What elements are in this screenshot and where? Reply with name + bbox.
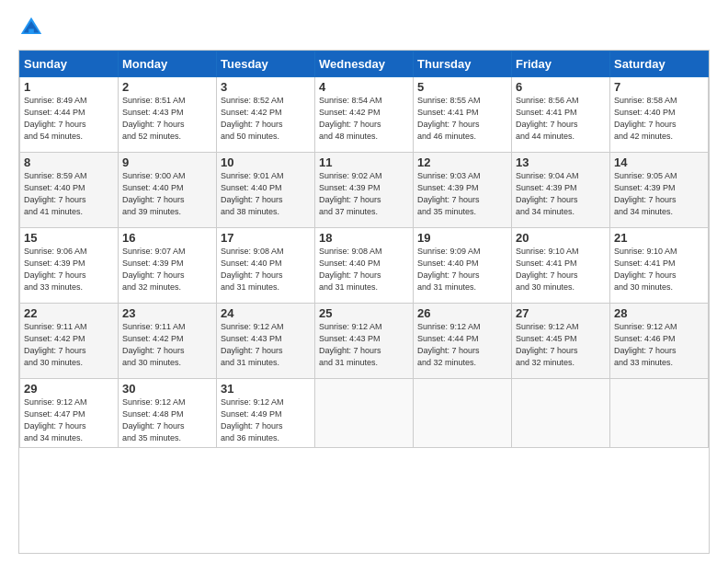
day-number: 6 [516, 80, 606, 94]
day-cell: 11 Sunrise: 9:02 AM Sunset: 4:39 PM Dayl… [315, 153, 414, 228]
day-cell: 8 Sunrise: 8:59 AM Sunset: 4:40 PM Dayli… [20, 153, 119, 228]
sunrise-label: Sunrise: 9:08 AM [319, 247, 382, 256]
day-number: 2 [122, 80, 212, 94]
day-cell: 18 Sunrise: 9:08 AM Sunset: 4:40 PM Dayl… [315, 228, 414, 304]
day-info: Sunrise: 9:05 AM Sunset: 4:39 PM Dayligh… [614, 170, 704, 218]
day-cell: 16 Sunrise: 9:07 AM Sunset: 4:39 PM Dayl… [119, 228, 217, 304]
day-number: 14 [614, 155, 704, 169]
sunset-label: Sunset: 4:43 PM [122, 108, 184, 117]
day-cell: 3 Sunrise: 8:52 AM Sunset: 4:42 PM Dayli… [217, 77, 315, 153]
day-number: 15 [24, 231, 114, 245]
day-info: Sunrise: 9:06 AM Sunset: 4:39 PM Dayligh… [24, 246, 114, 293]
daylight-minutes: and 31 minutes. [221, 358, 279, 367]
daylight-label: Daylight: 7 hours [516, 195, 578, 204]
daylight-label: Daylight: 7 hours [319, 270, 381, 280]
daylight-label: Daylight: 7 hours [614, 346, 677, 355]
sunrise-label: Sunrise: 9:00 AM [122, 171, 186, 180]
day-info: Sunrise: 9:12 AM Sunset: 4:44 PM Dayligh… [417, 321, 507, 369]
day-number: 20 [516, 231, 606, 245]
daylight-minutes: and 30 minutes. [24, 358, 83, 367]
header-cell-wednesday: Wednesday [315, 52, 414, 77]
day-info: Sunrise: 9:07 AM Sunset: 4:39 PM Dayligh… [122, 246, 212, 293]
header-cell-monday: Monday [119, 52, 217, 77]
daylight-label: Daylight: 7 hours [24, 421, 86, 431]
calendar: SundayMondayTuesdayWednesdayThursdayFrid… [18, 50, 710, 554]
sunrise-label: Sunrise: 9:12 AM [319, 322, 382, 331]
daylight-minutes: and 35 minutes. [417, 207, 476, 216]
day-cell: 4 Sunrise: 8:54 AM Sunset: 4:42 PM Dayli… [315, 77, 414, 153]
sunset-label: Sunset: 4:43 PM [319, 334, 381, 343]
day-number: 31 [221, 382, 311, 396]
day-cell [315, 379, 414, 448]
day-info: Sunrise: 9:12 AM Sunset: 4:45 PM Dayligh… [516, 321, 606, 369]
day-cell: 12 Sunrise: 9:03 AM Sunset: 4:39 PM Dayl… [414, 153, 512, 228]
daylight-label: Daylight: 7 hours [122, 346, 185, 355]
daylight-label: Daylight: 7 hours [417, 120, 480, 129]
sunset-label: Sunset: 4:42 PM [122, 334, 184, 343]
day-info: Sunrise: 8:49 AM Sunset: 4:44 PM Dayligh… [24, 95, 114, 143]
daylight-minutes: and 31 minutes. [221, 282, 279, 292]
sunrise-label: Sunrise: 9:04 AM [516, 171, 579, 180]
daylight-label: Daylight: 7 hours [221, 195, 283, 204]
day-cell: 14 Sunrise: 9:05 AM Sunset: 4:39 PM Dayl… [610, 153, 709, 228]
sunrise-label: Sunrise: 9:12 AM [24, 397, 87, 407]
day-cell: 10 Sunrise: 9:01 AM Sunset: 4:40 PM Dayl… [217, 153, 315, 228]
daylight-label: Daylight: 7 hours [221, 346, 283, 355]
sunrise-label: Sunrise: 9:01 AM [221, 171, 284, 180]
day-cell: 21 Sunrise: 9:10 AM Sunset: 4:41 PM Dayl… [610, 228, 709, 304]
day-number: 7 [614, 80, 704, 94]
daylight-minutes: and 50 minutes. [221, 132, 279, 141]
sunrise-label: Sunrise: 9:12 AM [516, 322, 579, 331]
daylight-label: Daylight: 7 hours [319, 120, 381, 129]
daylight-minutes: and 48 minutes. [319, 132, 378, 141]
day-info: Sunrise: 9:11 AM Sunset: 4:42 PM Dayligh… [122, 321, 212, 369]
day-cell: 13 Sunrise: 9:04 AM Sunset: 4:39 PM Dayl… [512, 153, 610, 228]
daylight-label: Daylight: 7 hours [122, 195, 185, 204]
day-number: 11 [319, 155, 409, 169]
daylight-label: Daylight: 7 hours [614, 270, 677, 280]
sunset-label: Sunset: 4:47 PM [24, 409, 85, 419]
sunrise-label: Sunrise: 9:08 AM [221, 247, 284, 256]
day-info: Sunrise: 9:12 AM Sunset: 4:43 PM Dayligh… [221, 321, 311, 369]
daylight-label: Daylight: 7 hours [417, 346, 480, 355]
sunrise-label: Sunrise: 8:58 AM [614, 96, 677, 105]
sunset-label: Sunset: 4:39 PM [24, 259, 85, 268]
day-info: Sunrise: 9:03 AM Sunset: 4:39 PM Dayligh… [417, 170, 507, 218]
day-info: Sunrise: 9:11 AM Sunset: 4:42 PM Dayligh… [24, 321, 114, 369]
daylight-minutes: and 42 minutes. [614, 132, 673, 141]
day-number: 25 [319, 306, 409, 320]
sunrise-label: Sunrise: 9:07 AM [122, 247, 186, 256]
day-info: Sunrise: 9:08 AM Sunset: 4:40 PM Dayligh… [221, 246, 311, 293]
daylight-minutes: and 38 minutes. [221, 207, 279, 216]
calendar-table: SundayMondayTuesdayWednesdayThursdayFrid… [19, 51, 709, 448]
daylight-label: Daylight: 7 hours [221, 270, 283, 280]
day-number: 19 [417, 231, 507, 245]
daylight-label: Daylight: 7 hours [24, 346, 86, 355]
sunset-label: Sunset: 4:39 PM [516, 183, 577, 192]
daylight-label: Daylight: 7 hours [516, 346, 578, 355]
day-info: Sunrise: 8:52 AM Sunset: 4:42 PM Dayligh… [221, 95, 311, 143]
daylight-minutes: and 54 minutes. [24, 132, 83, 141]
sunrise-label: Sunrise: 8:54 AM [319, 96, 382, 105]
daylight-minutes: and 33 minutes. [24, 282, 83, 292]
header-cell-friday: Friday [512, 52, 610, 77]
sunset-label: Sunset: 4:44 PM [417, 334, 479, 343]
sunset-label: Sunset: 4:40 PM [221, 259, 282, 268]
daylight-minutes: and 36 minutes. [221, 433, 279, 442]
day-info: Sunrise: 9:04 AM Sunset: 4:39 PM Dayligh… [516, 170, 606, 218]
sunrise-label: Sunrise: 9:10 AM [614, 247, 677, 256]
day-number: 8 [24, 155, 114, 169]
day-info: Sunrise: 9:00 AM Sunset: 4:40 PM Dayligh… [122, 170, 212, 218]
daylight-label: Daylight: 7 hours [122, 120, 185, 129]
sunset-label: Sunset: 4:40 PM [614, 108, 676, 117]
header-row: SundayMondayTuesdayWednesdayThursdayFrid… [20, 52, 709, 77]
page: SundayMondayTuesdayWednesdayThursdayFrid… [0, 0, 728, 563]
day-info: Sunrise: 8:51 AM Sunset: 4:43 PM Dayligh… [122, 95, 212, 143]
sunrise-label: Sunrise: 9:12 AM [417, 322, 481, 331]
day-info: Sunrise: 9:09 AM Sunset: 4:40 PM Dayligh… [417, 246, 507, 293]
daylight-label: Daylight: 7 hours [614, 195, 677, 204]
day-cell: 30 Sunrise: 9:12 AM Sunset: 4:48 PM Dayl… [119, 379, 217, 448]
sunset-label: Sunset: 4:40 PM [24, 183, 85, 192]
day-number: 10 [221, 155, 311, 169]
daylight-label: Daylight: 7 hours [24, 195, 86, 204]
